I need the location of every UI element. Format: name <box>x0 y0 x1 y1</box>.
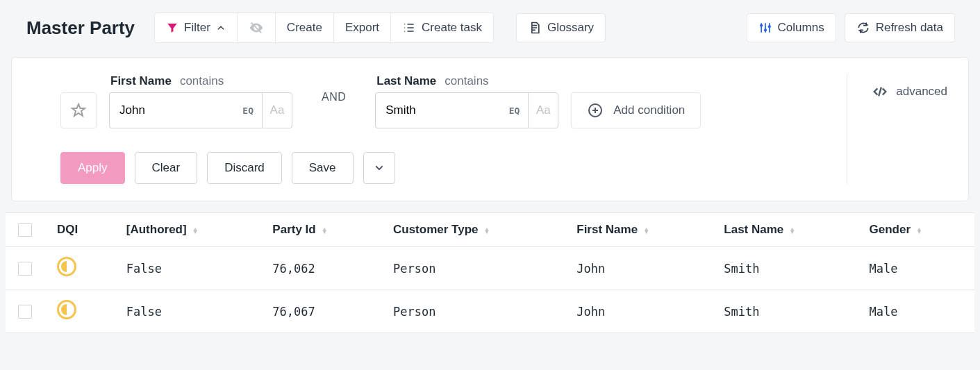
glossary-label: Glossary <box>547 21 594 35</box>
create-button[interactable]: Create <box>275 13 333 42</box>
sort-icon: ▲▼ <box>322 228 328 233</box>
cell-first-name: John <box>564 247 711 290</box>
conjunction-label: AND <box>305 91 363 112</box>
export-button[interactable]: Export <box>333 13 390 42</box>
table-row[interactable]: False 76,062 Person John Smith Male <box>6 247 974 290</box>
svg-point-1 <box>763 28 766 31</box>
filter-actions: Apply Clear Discard Save <box>33 152 827 184</box>
add-condition-button[interactable]: Add condition <box>571 92 701 128</box>
cell-authored: False <box>114 290 260 333</box>
visibility-button[interactable] <box>237 13 275 42</box>
results-table: DQI [Authored]▲▼ Party Id▲▼ Customer Typ… <box>6 212 974 333</box>
condition-block-0: First Name contains EQ Aa <box>109 74 292 128</box>
clear-button[interactable]: Clear <box>135 152 198 184</box>
discard-button[interactable]: Discard <box>207 152 282 184</box>
dqi-indicator-icon <box>57 257 76 276</box>
plus-circle-icon <box>587 102 604 119</box>
condition-field: Last Name <box>376 74 436 88</box>
condition-value-input-0[interactable] <box>109 92 262 128</box>
create-task-button[interactable]: Create task <box>390 13 493 42</box>
col-first-name[interactable]: First Name▲▼ <box>564 213 711 247</box>
condition-field: First Name <box>110 74 172 88</box>
table-row[interactable]: False 76,067 Person John Smith Male <box>6 290 974 333</box>
favorite-filter-button[interactable] <box>60 92 97 128</box>
funnel-icon <box>166 22 178 34</box>
col-authored[interactable]: [Authored]▲▼ <box>114 213 260 247</box>
condition-value-input-1[interactable] <box>375 92 528 128</box>
sliders-icon <box>758 21 772 35</box>
cell-authored: False <box>114 247 260 290</box>
save-button[interactable]: Save <box>292 152 354 184</box>
glossary-button[interactable]: Glossary <box>516 13 606 42</box>
select-all-checkbox[interactable] <box>18 223 32 237</box>
refresh-label: Refresh data <box>876 21 943 35</box>
col-party-id[interactable]: Party Id▲▼ <box>260 213 381 247</box>
columns-button[interactable]: Columns <box>747 13 836 42</box>
refresh-button[interactable]: Refresh data <box>845 13 955 42</box>
chevron-down-icon <box>374 162 385 174</box>
sort-icon: ▲▼ <box>789 228 795 233</box>
page-title: Master Party <box>26 17 135 39</box>
document-icon <box>528 21 542 35</box>
apply-button[interactable]: Apply <box>60 152 125 184</box>
condition-op: contains <box>445 74 488 88</box>
cell-last-name: Smith <box>711 247 856 290</box>
dqi-indicator-icon <box>57 300 76 319</box>
condition-op: contains <box>180 74 224 88</box>
add-condition-label: Add condition <box>613 103 685 117</box>
results-table-wrap: DQI [Authored]▲▼ Party Id▲▼ Customer Typ… <box>0 212 980 333</box>
col-customer-type[interactable]: Customer Type▲▼ <box>381 213 564 247</box>
col-gender[interactable]: Gender▲▼ <box>857 213 974 247</box>
create-task-label: Create task <box>422 21 482 35</box>
export-button-label: Export <box>345 21 379 35</box>
cell-last-name: Smith <box>711 290 856 333</box>
filter-panel: First Name contains EQ Aa AND Last Name <box>11 57 969 201</box>
col-last-name[interactable]: Last Name▲▼ <box>711 213 856 247</box>
create-button-label: Create <box>287 21 322 35</box>
columns-label: Columns <box>778 21 824 35</box>
case-toggle-1[interactable]: Aa <box>528 92 558 128</box>
sort-icon: ▲▼ <box>192 228 199 233</box>
sort-icon: ▲▼ <box>916 228 922 233</box>
header-bar: Master Party Filter Create Export Create… <box>0 0 980 56</box>
cell-gender: Male <box>857 247 974 290</box>
cell-party-id: 76,067 <box>260 290 381 333</box>
svg-point-2 <box>767 25 770 28</box>
chevron-up-icon <box>216 23 226 33</box>
row-checkbox[interactable] <box>18 262 32 276</box>
filter-conditions-row: First Name contains EQ Aa AND Last Name <box>33 74 827 128</box>
star-icon <box>70 102 87 119</box>
list-icon <box>402 21 416 35</box>
cell-first-name: John <box>564 290 711 333</box>
toolbar-group-right: Columns Refresh data <box>747 13 955 42</box>
sort-icon: ▲▼ <box>484 228 490 233</box>
cell-customer-type: Person <box>381 290 564 333</box>
advanced-side: advanced <box>847 74 947 184</box>
eye-off-icon <box>249 20 264 35</box>
code-icon <box>872 84 888 99</box>
advanced-link[interactable]: advanced <box>872 74 947 99</box>
filter-button-label: Filter <box>184 21 210 35</box>
svg-point-0 <box>760 24 763 27</box>
cell-customer-type: Person <box>381 247 564 290</box>
row-checkbox[interactable] <box>18 305 32 319</box>
case-toggle-0[interactable]: Aa <box>262 92 292 128</box>
save-dropdown-button[interactable] <box>363 152 395 184</box>
condition-block-1: Last Name contains EQ Aa <box>375 74 558 128</box>
cell-gender: Male <box>857 290 974 333</box>
sort-icon: ▲▼ <box>643 228 649 233</box>
toolbar-group-main: Filter Create Export Create task <box>154 12 494 43</box>
cell-party-id: 76,062 <box>260 247 381 290</box>
col-dqi[interactable]: DQI <box>44 213 114 247</box>
table-header-row: DQI [Authored]▲▼ Party Id▲▼ Customer Typ… <box>6 213 974 247</box>
filter-button[interactable]: Filter <box>155 13 237 42</box>
refresh-icon <box>856 21 870 35</box>
advanced-label: advanced <box>896 85 947 99</box>
